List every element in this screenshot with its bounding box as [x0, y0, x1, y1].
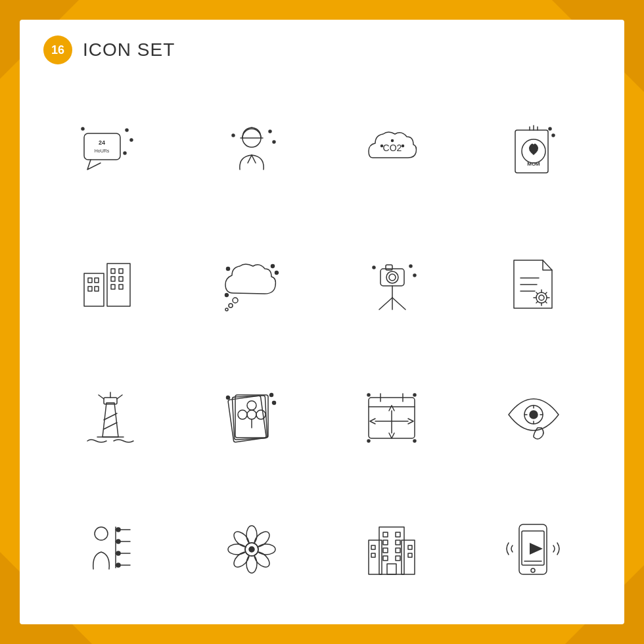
svg-line-68 — [545, 292, 547, 294]
svg-point-2 — [130, 139, 133, 141]
svg-marker-142 — [530, 543, 543, 555]
icon-cell-thought-cloud — [185, 220, 319, 347]
svg-point-38 — [233, 298, 238, 303]
resize-calendar-icon — [359, 383, 425, 449]
svg-point-12 — [273, 141, 275, 143]
svg-rect-31 — [95, 287, 99, 291]
svg-point-25 — [552, 134, 555, 137]
svg-line-74 — [117, 395, 122, 399]
icon-cell-eye-drop — [467, 353, 601, 480]
buildings-icon — [78, 250, 143, 316]
engineer-icon — [219, 117, 285, 183]
svg-point-43 — [226, 267, 229, 270]
svg-rect-135 — [396, 556, 400, 561]
thought-cloud-icon — [219, 250, 285, 316]
svg-point-98 — [530, 411, 538, 419]
svg-rect-34 — [111, 277, 115, 281]
svg-rect-35 — [119, 277, 123, 281]
svg-point-1 — [126, 129, 128, 131]
svg-point-17 — [392, 140, 394, 142]
icon-cell-camera-tripod — [325, 220, 460, 347]
svg-line-67 — [536, 302, 538, 303]
clover-card-icon — [219, 383, 285, 449]
svg-point-95 — [367, 440, 370, 442]
header: 16 ICON SET — [20, 20, 624, 80]
city-building-icon — [359, 517, 425, 582]
svg-point-24 — [549, 127, 551, 130]
svg-point-84 — [269, 394, 273, 397]
svg-text:CO2: CO2 — [383, 143, 402, 153]
svg-rect-0 — [84, 133, 120, 160]
camera-tripod-icon — [359, 250, 425, 316]
svg-line-73 — [99, 395, 104, 399]
icon-cell-person-measurements — [43, 486, 178, 613]
svg-line-66 — [545, 302, 547, 303]
svg-rect-130 — [383, 540, 388, 545]
svg-text:MOM: MOM — [527, 161, 540, 167]
svg-point-123 — [249, 547, 254, 552]
icon-cell-resize-calendar — [325, 353, 460, 480]
svg-point-16 — [402, 145, 404, 147]
icon-cell-buildings — [43, 220, 178, 347]
svg-line-70 — [104, 413, 117, 420]
svg-rect-128 — [383, 532, 388, 537]
lighthouse-icon — [78, 383, 143, 449]
svg-text:24: 24 — [99, 139, 105, 146]
svg-point-40 — [225, 308, 228, 311]
svg-point-96 — [413, 440, 416, 442]
svg-point-80 — [247, 401, 256, 410]
mobile-video-icon — [501, 517, 566, 582]
svg-point-11 — [269, 130, 271, 133]
icon-cell-24hours: 24 HoURs — [43, 87, 178, 214]
svg-point-13 — [232, 134, 235, 137]
svg-point-15 — [381, 145, 383, 147]
svg-point-60 — [539, 295, 544, 300]
svg-point-42 — [275, 271, 278, 274]
svg-point-4 — [124, 152, 126, 154]
svg-point-117 — [246, 555, 257, 573]
svg-line-51 — [392, 298, 405, 310]
main-card: 16 ICON SET 24 HoURs — [20, 20, 624, 624]
svg-point-109 — [116, 540, 120, 543]
svg-rect-36 — [111, 285, 115, 289]
svg-point-94 — [413, 394, 416, 396]
icon-cell-flower — [185, 486, 319, 613]
header-title: ICON SET — [83, 39, 175, 60]
svg-line-69 — [104, 423, 117, 429]
svg-line-10 — [252, 155, 256, 163]
svg-rect-33 — [119, 269, 123, 273]
svg-point-3 — [81, 127, 84, 130]
svg-rect-127 — [387, 564, 396, 574]
icon-cell-city-building — [325, 486, 460, 613]
icon-cell-mobile-video — [467, 486, 601, 613]
icon-cell-clover-card — [185, 353, 319, 480]
mom-gift-icon: MOM — [501, 117, 566, 183]
svg-point-115 — [257, 544, 275, 555]
eye-drop-icon — [501, 383, 566, 449]
svg-rect-129 — [396, 532, 400, 537]
svg-text:HoURs: HoURs — [95, 149, 110, 153]
svg-rect-137 — [371, 553, 375, 557]
icon-cell-engineer — [185, 87, 319, 214]
co2-cloud-icon: CO2 — [359, 117, 425, 183]
svg-point-111 — [116, 563, 120, 567]
svg-rect-26 — [84, 273, 104, 306]
svg-point-55 — [373, 266, 375, 269]
icons-grid: 24 HoURs — [20, 80, 624, 626]
svg-point-53 — [409, 265, 412, 267]
svg-point-54 — [413, 274, 416, 277]
icon-cell-settings-doc — [467, 220, 601, 347]
svg-rect-48 — [386, 265, 392, 270]
svg-point-103 — [95, 527, 108, 540]
svg-point-85 — [272, 402, 275, 405]
settings-document-icon — [501, 250, 566, 316]
svg-point-44 — [225, 293, 228, 296]
svg-rect-133 — [396, 548, 400, 553]
svg-point-143 — [531, 568, 535, 572]
svg-rect-134 — [383, 556, 388, 561]
svg-rect-77 — [232, 396, 267, 440]
svg-rect-37 — [119, 285, 123, 289]
svg-rect-131 — [396, 540, 400, 545]
24-hours-icon: 24 HoURs — [78, 117, 143, 183]
svg-point-41 — [271, 264, 274, 267]
